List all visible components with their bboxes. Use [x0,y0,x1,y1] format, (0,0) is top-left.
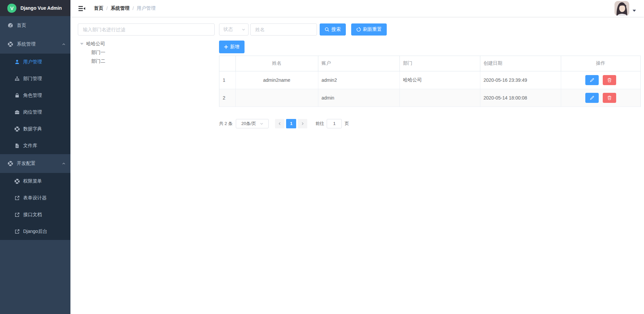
column-header-index [219,56,235,71]
department-panel: 哈哈公司 部门一 部门二 [78,23,215,314]
edit-button[interactable] [585,75,599,85]
prev-page-button[interactable] [275,119,284,128]
sidebar-item-label: 首页 [17,22,26,28]
sidebar-group-label: 开发配置 [17,161,36,167]
tree-node-dept1[interactable]: 部门一 [78,48,215,57]
table-row: 2 admin 2020-05-14 18:00:08 [219,89,640,107]
sidebar-item-files[interactable]: 文件库 [0,137,70,154]
top-navbar: 首页 / 系统管理 / 用户管理 [70,0,644,17]
file-icon [14,143,20,148]
sidebar-menu: 首页 系统管理 用户管理 [0,16,70,314]
submenu-dev: 权限菜单 表单设计器 接口文档 [0,173,70,240]
sidebar-item-posts[interactable]: 岗位管理 [0,104,70,121]
delete-button[interactable] [603,75,616,85]
breadcrumb-current: 用户管理 [137,5,156,11]
add-user-button[interactable]: 新增 [219,41,245,53]
page-size-select[interactable]: 20条/页 [236,119,269,128]
tree-node-company[interactable]: 哈哈公司 [78,40,215,48]
user-management-page: 哈哈公司 部门一 部门二 状态 搜索 [70,17,644,314]
sidebar-item-label: 角色管理 [23,92,42,99]
tree-node-label: 部门一 [91,50,105,56]
app-title: Django Vue Admin [20,5,62,11]
chevron-left-icon [278,122,282,126]
tree-node-label: 部门二 [91,58,105,64]
sidebar-item-users[interactable]: 用户管理 [0,54,70,70]
breadcrumb-home[interactable]: 首页 [94,5,103,11]
sidebar-item-api-docs[interactable]: 接口文档 [0,206,70,223]
sidebar-item-label: 用户管理 [23,59,42,65]
page-number-current[interactable]: 1 [286,119,296,128]
cell-index: 2 [219,89,235,107]
sidebar-toggle-button[interactable] [75,6,89,11]
refresh-reset-button[interactable]: 刷新重置 [351,23,387,36]
users-table: 姓名 账户 部门 创建日期 操作 1 admin2name admin2 哈哈公 [219,56,641,107]
external-link-icon [14,212,20,217]
caret-down-icon[interactable] [633,10,636,12]
cell-account: admin [318,89,399,107]
department-tree: 哈哈公司 部门一 部门二 [78,40,215,66]
table-row: 1 admin2name admin2 哈哈公司 2020-05-16 23:3… [219,71,640,89]
sidebar-item-label: 岗位管理 [23,109,42,115]
table-header-row: 姓名 账户 部门 创建日期 操作 [219,56,640,71]
cell-index: 1 [219,71,235,89]
submenu-system: 用户管理 部门管理 角色管理 [0,54,70,154]
sidebar-item-dictionary[interactable]: 数据字典 [0,121,70,137]
chevron-down-icon [260,122,264,126]
tree-node-dept2[interactable]: 部门二 [78,57,215,66]
cell-created: 2020-05-14 18:00:08 [480,89,561,107]
add-button-label: 新增 [230,44,239,50]
next-page-button[interactable] [298,119,307,128]
logo-icon: V [7,4,16,13]
chevron-up-icon [62,162,66,166]
column-header-department: 部门 [399,56,480,71]
sidebar-item-label: 数据字典 [23,126,42,132]
sidebar-group-label: 系统管理 [17,41,36,47]
avatar[interactable] [614,1,629,16]
org-chart-icon [14,76,20,81]
breadcrumb-system[interactable]: 系统管理 [111,5,129,11]
cell-name: admin2name [235,71,318,89]
cell-department: 哈哈公司 [399,71,480,89]
chevron-right-icon [301,122,305,126]
caret-down-icon[interactable] [80,43,84,45]
sidebar-item-roles[interactable]: 角色管理 [0,87,70,104]
sidebar-group-dev[interactable]: 开发配置 [0,154,70,173]
app-logo[interactable]: V Django Vue Admin [0,0,70,16]
cell-actions [561,71,640,89]
user-table-panel: 状态 搜索 刷新重置 新增 [219,23,641,314]
page-unit-label: 页 [344,121,349,127]
sidebar-item-django-admin[interactable]: Django后台 [0,223,70,240]
goto-page-input[interactable] [327,119,342,128]
lock-icon [14,93,20,98]
column-header-account: 账户 [318,56,399,71]
delete-button[interactable] [603,93,616,103]
sidebar-item-permission-menu[interactable]: 权限菜单 [0,173,70,190]
chevron-up-icon [62,42,66,46]
reset-button-label: 刷新重置 [363,26,382,33]
page-size-value: 20条/页 [241,121,256,127]
search-button[interactable]: 搜索 [320,23,346,36]
system-icon [8,42,13,47]
sidebar-item-label: 表单设计器 [23,195,47,201]
breadcrumb-separator: / [106,6,108,11]
sidebar-item-departments[interactable]: 部门管理 [0,70,70,87]
sidebar-item-label: 部门管理 [23,76,42,82]
edit-button[interactable] [585,93,599,103]
breadcrumb: 首页 / 系统管理 / 用户管理 [94,5,156,11]
edit-icon [590,78,594,82]
sidebar-item-form-designer[interactable]: 表单设计器 [0,190,70,206]
department-filter-input[interactable] [78,23,215,36]
chevron-down-icon [241,27,246,32]
sidebar-group-system[interactable]: 系统管理 [0,35,70,54]
name-filter-input[interactable] [250,23,317,36]
edit-icon [590,96,594,100]
delete-icon [607,78,612,82]
sidebar-item-label: 文件库 [23,143,37,149]
dict-icon [14,126,20,132]
sidebar-item-label: 接口文档 [23,212,42,218]
sidebar-item-home[interactable]: 首页 [0,16,70,35]
status-select-placeholder: 状态 [223,26,233,33]
briefcase-icon [14,110,20,115]
status-select[interactable]: 状态 [219,23,249,36]
dev-config-icon [8,161,13,166]
